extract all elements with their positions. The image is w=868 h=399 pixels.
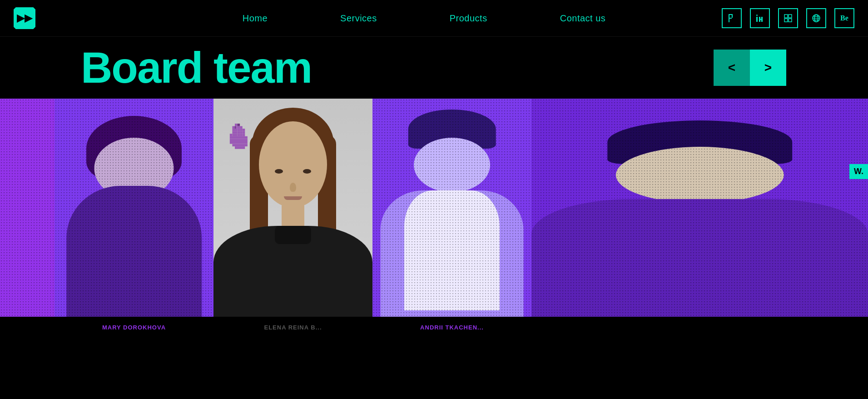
svg-rect-34 bbox=[232, 134, 235, 136]
svg-rect-23 bbox=[232, 129, 235, 131]
svg-rect-35 bbox=[235, 134, 238, 136]
prev-button[interactable]: < bbox=[714, 50, 750, 86]
svg-point-5 bbox=[756, 15, 758, 16]
behance-icon[interactable]: Be bbox=[834, 8, 854, 28]
team-cards: W. bbox=[0, 99, 868, 317]
facebook-icon[interactable] bbox=[722, 8, 742, 28]
svg-rect-11 bbox=[784, 19, 788, 22]
page-title: Board team bbox=[81, 46, 312, 90]
nav-social-icons: Be bbox=[722, 8, 854, 28]
name-5 bbox=[531, 317, 868, 339]
name-2: MARY DOROKHOVA bbox=[55, 317, 213, 339]
svg-rect-36 bbox=[238, 134, 240, 136]
svg-rect-24 bbox=[235, 129, 238, 131]
svg-rect-40 bbox=[230, 139, 248, 141]
svg-rect-37 bbox=[240, 134, 243, 136]
name-3: ELENA REINA B... bbox=[213, 317, 372, 339]
linkedin-icon[interactable] bbox=[750, 8, 770, 28]
team-card-2[interactable] bbox=[55, 99, 213, 317]
svg-rect-41 bbox=[230, 141, 248, 144]
svg-rect-10 bbox=[789, 15, 792, 18]
nav-contact[interactable]: Contact us bbox=[524, 13, 642, 24]
svg-rect-18 bbox=[235, 124, 238, 126]
svg-rect-38 bbox=[243, 134, 245, 136]
nav-products[interactable]: Products bbox=[413, 13, 524, 24]
svg-rect-9 bbox=[784, 15, 788, 18]
svg-rect-7 bbox=[759, 19, 761, 20]
svg-rect-25 bbox=[238, 129, 240, 131]
svg-rect-33 bbox=[230, 134, 233, 136]
team-card-partial-right[interactable]: W. bbox=[531, 99, 868, 317]
team-card-center[interactable] bbox=[213, 99, 372, 317]
next-button[interactable]: > bbox=[750, 50, 786, 86]
svg-rect-27 bbox=[243, 129, 245, 131]
svg-rect-26 bbox=[240, 129, 243, 131]
nav-links: Home Services Products Contact us bbox=[206, 13, 642, 24]
svg-rect-31 bbox=[240, 131, 243, 134]
svg-rect-3 bbox=[732, 14, 733, 18]
svg-rect-29 bbox=[235, 131, 238, 134]
nav-home[interactable]: Home bbox=[206, 13, 304, 24]
svg-rect-42 bbox=[232, 144, 247, 147]
carousel-controls: < > bbox=[714, 50, 786, 86]
svg-rect-28 bbox=[232, 131, 235, 134]
svg-rect-30 bbox=[238, 131, 240, 134]
names-row: MARY DOROKHOVA ELENA REINA B... ANDRII T… bbox=[0, 317, 868, 339]
globe-icon[interactable] bbox=[806, 8, 826, 28]
logo[interactable]: ▶▶ bbox=[14, 7, 35, 29]
nav-left: ▶▶ bbox=[14, 7, 35, 29]
svg-rect-12 bbox=[789, 19, 792, 22]
svg-rect-2 bbox=[729, 18, 732, 19]
section-header: Board team < > bbox=[0, 37, 868, 99]
svg-rect-8 bbox=[761, 17, 763, 22]
grid-icon[interactable] bbox=[778, 8, 798, 28]
team-card-partial-left[interactable] bbox=[0, 99, 55, 317]
pixel-cursor bbox=[227, 124, 254, 153]
name-4: ANDRII TKACHEN... bbox=[372, 317, 531, 339]
team-card-4[interactable] bbox=[372, 99, 531, 317]
svg-rect-43 bbox=[235, 146, 245, 149]
svg-rect-39 bbox=[230, 136, 248, 139]
nav-services[interactable]: Services bbox=[304, 13, 413, 24]
svg-rect-22 bbox=[240, 126, 243, 129]
svg-rect-32 bbox=[243, 131, 245, 134]
svg-rect-44 bbox=[238, 124, 240, 126]
svg-rect-4 bbox=[756, 17, 758, 22]
navbar: ▶▶ Home Services Products Contact us bbox=[0, 0, 868, 37]
svg-rect-21 bbox=[238, 126, 240, 129]
svg-rect-45 bbox=[235, 126, 236, 129]
svg-rect-19 bbox=[232, 126, 235, 129]
name-1 bbox=[0, 317, 55, 339]
partial-name-badge: W. bbox=[849, 164, 868, 179]
